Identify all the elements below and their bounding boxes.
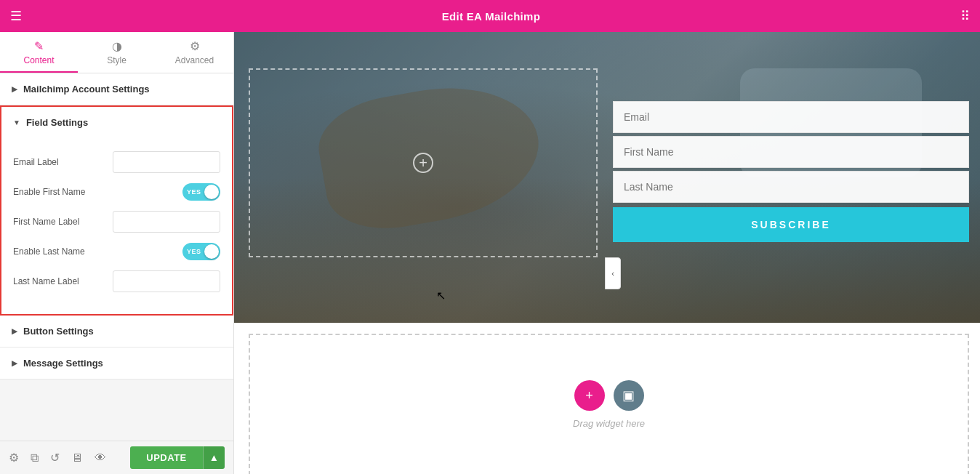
content-icon: ✎ xyxy=(34,39,44,53)
folder-button[interactable]: ▣ xyxy=(614,380,644,411)
update-button[interactable]: UPDATE xyxy=(130,446,202,469)
first-name-label-row: First Name Label xyxy=(13,211,220,233)
field-settings-header[interactable]: ▼ Field Settings xyxy=(1,107,232,138)
toggle-switch-first-name[interactable]: YES xyxy=(182,183,220,201)
toggle-yes-label: YES xyxy=(187,188,201,196)
last-name-input[interactable] xyxy=(613,171,969,203)
first-name-label-text: First Name Label xyxy=(13,217,79,227)
preview-icon[interactable]: 👁 xyxy=(95,451,106,465)
email-label-row: Email Label xyxy=(13,151,220,173)
tab-content[interactable]: ✎ Content xyxy=(0,32,78,73)
toolbar-icons: ⚙ ⧉ ↺ 🖥 👁 xyxy=(9,451,106,465)
last-name-label-text: Last Name Label xyxy=(13,276,79,286)
enable-last-name-row: Enable Last Name YES xyxy=(13,243,220,260)
enable-first-name-row: Enable First Name YES xyxy=(13,183,220,201)
toggle-thumb xyxy=(204,185,219,199)
button-settings-label: Button Settings xyxy=(23,326,94,337)
add-widget-button[interactable]: + xyxy=(574,380,605,411)
drag-widget-text: Drag widget here xyxy=(573,418,645,429)
style-icon: ◑ xyxy=(112,39,122,53)
button-settings-header[interactable]: ▶ Button Settings xyxy=(0,316,233,347)
arrow-right-icon-msg: ▶ xyxy=(12,359,17,367)
email-label-input[interactable] xyxy=(113,151,220,173)
grid-icon[interactable]: ⠿ xyxy=(960,8,970,24)
tab-style-label: Style xyxy=(107,55,126,65)
collapse-sidebar-button[interactable]: ‹ xyxy=(605,257,621,289)
layers-icon[interactable]: ⧉ xyxy=(31,451,39,465)
enable-last-name-toggle[interactable]: YES xyxy=(182,243,220,260)
enable-first-name-toggle[interactable]: YES xyxy=(182,183,220,201)
drop-area: + ▣ Drag widget here xyxy=(249,334,969,474)
tab-advanced-label: Advanced xyxy=(175,55,214,65)
history-icon[interactable]: ↺ xyxy=(50,451,60,465)
message-settings-header[interactable]: ▶ Message Settings xyxy=(0,348,233,379)
advanced-icon: ⚙ xyxy=(190,39,200,53)
content-area: + ‹ SUBSCRIBE + ▣ Drag widget here ↖ xyxy=(234,32,980,474)
toggle-thumb-2 xyxy=(204,244,219,259)
arrow-down-icon: ▼ xyxy=(13,118,20,126)
top-header: ☰ Edit EA Mailchimp ⠿ xyxy=(0,0,980,32)
subscribe-button[interactable]: SUBSCRIBE xyxy=(613,207,969,242)
main-layout: ✎ Content ◑ Style ⚙ Advanced ▶ Mailchimp… xyxy=(0,32,980,474)
sidebar-spacer xyxy=(0,379,233,441)
toggle-switch-last-name[interactable]: YES xyxy=(182,243,220,260)
chevron-left-icon: ‹ xyxy=(611,269,614,278)
enable-last-name-text: Enable Last Name xyxy=(13,246,85,257)
tab-advanced[interactable]: ⚙ Advanced xyxy=(156,32,233,73)
desktop-icon[interactable]: 🖥 xyxy=(71,451,83,465)
field-settings-section: ▼ Field Settings Email Label Enable Firs… xyxy=(0,105,233,316)
mailchimp-account-label: Mailchimp Account Settings xyxy=(23,84,150,95)
field-settings-body: Email Label Enable First Name YES xyxy=(1,138,232,314)
message-settings-label: Message Settings xyxy=(23,358,103,369)
mailchimp-form: SUBSCRIBE xyxy=(613,101,969,242)
widget-area-top: + xyxy=(249,68,598,257)
last-name-label-input[interactable] xyxy=(113,270,220,292)
drop-icons: + ▣ xyxy=(574,380,644,411)
folder-icon: ▣ xyxy=(622,387,635,403)
tab-style[interactable]: ◑ Style xyxy=(78,32,156,73)
last-name-label-row: Last Name Label xyxy=(13,270,220,292)
add-icon[interactable]: + xyxy=(413,153,433,173)
mailchimp-account-section: ▶ Mailchimp Account Settings xyxy=(0,73,233,105)
tab-content-label: Content xyxy=(23,55,54,65)
first-name-label-input[interactable] xyxy=(113,211,220,233)
field-settings-label: Field Settings xyxy=(26,117,88,128)
sidebar: ✎ Content ◑ Style ⚙ Advanced ▶ Mailchimp… xyxy=(0,32,234,474)
message-settings-section: ▶ Message Settings xyxy=(0,348,233,379)
hamburger-icon[interactable]: ☰ xyxy=(10,8,22,24)
arrow-right-icon-btn: ▶ xyxy=(12,327,17,335)
email-input[interactable] xyxy=(613,101,969,133)
page-title: Edit EA Mailchimp xyxy=(442,10,540,23)
update-dropdown-button[interactable]: ▲ xyxy=(203,446,225,469)
tab-bar: ✎ Content ◑ Style ⚙ Advanced xyxy=(0,32,233,73)
enable-first-name-text: Enable First Name xyxy=(13,187,85,197)
settings-icon[interactable]: ⚙ xyxy=(9,451,19,465)
toggle-yes-label-2: YES xyxy=(187,248,201,255)
update-btn-group: UPDATE ▲ xyxy=(130,446,225,469)
first-name-input[interactable] xyxy=(613,136,969,168)
mailchimp-account-header[interactable]: ▶ Mailchimp Account Settings xyxy=(0,73,233,105)
arrow-right-icon: ▶ xyxy=(12,85,17,93)
bottom-toolbar: ⚙ ⧉ ↺ 🖥 👁 UPDATE ▲ xyxy=(0,441,233,474)
button-settings-section: ▶ Button Settings xyxy=(0,316,233,348)
email-label-text: Email Label xyxy=(13,157,59,167)
